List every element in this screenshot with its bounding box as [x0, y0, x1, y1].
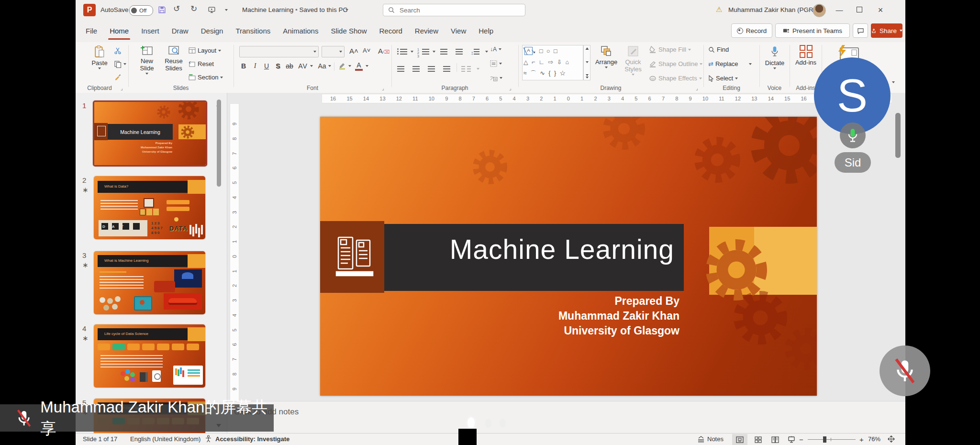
shape-gallery-row[interactable]: ≈ ⌒ ∿ { } ☆: [523, 68, 582, 79]
addins-button[interactable]: Add-ins: [793, 45, 818, 66]
paragraph-dialog-launcher[interactable]: ⌟: [509, 86, 512, 91]
drawing-dialog-launcher[interactable]: ⌟: [696, 86, 698, 91]
line-spacing-chevron-icon[interactable]: [485, 51, 488, 53]
align-right-button[interactable]: [428, 65, 435, 74]
notes-pane[interactable]: Click to add notes: [227, 401, 905, 433]
decrease-indent-button[interactable]: [440, 48, 447, 56]
find-button[interactable]: Find: [708, 46, 729, 53]
reuse-slides-button[interactable]: Reuse Slides: [162, 45, 186, 72]
undo-icon[interactable]: ↺: [173, 4, 180, 14]
shape-fill-button[interactable]: Shape Fill: [649, 46, 691, 53]
italic-button[interactable]: I: [250, 62, 260, 70]
zoom-level[interactable]: 76%: [868, 435, 880, 443]
reading-view-button[interactable]: [768, 434, 783, 445]
save-icon[interactable]: [158, 6, 166, 14]
account-name[interactable]: Muhammad Zakir Khan (PGR): [728, 6, 815, 13]
page-indicator-dot[interactable]: [485, 419, 491, 428]
share-button[interactable]: Share: [871, 23, 902, 38]
character-spacing-button[interactable]: AV: [298, 62, 308, 70]
textbox-shape-icon[interactable]: A: [524, 47, 533, 55]
shape-gallery-row[interactable]: △ ⌐ ∟ ⇨ ⇩ ⌂: [523, 57, 582, 68]
shape-outline-button[interactable]: Shape Outline: [649, 60, 702, 67]
ribbon-tab[interactable]: Transitions: [229, 20, 277, 42]
ribbon-collapse-chevron-icon[interactable]: [892, 81, 895, 83]
start-slideshow-icon[interactable]: [208, 6, 216, 14]
smartart-button[interactable]: [490, 75, 502, 81]
columns-button[interactable]: [461, 65, 471, 74]
underline-button[interactable]: U: [261, 62, 272, 70]
account-avatar[interactable]: [813, 4, 826, 17]
slide-thumbnail-4[interactable]: Life cycle of Data Science: [94, 324, 205, 388]
change-case-chevron-icon[interactable]: [328, 65, 331, 67]
clear-formatting-button[interactable]: A⌫: [378, 47, 390, 55]
document-title[interactable]: Machine Learning • Saved to this PC: [242, 6, 347, 13]
copy-chevron-icon[interactable]: [123, 63, 126, 65]
ribbon-tab[interactable]: Draw: [166, 20, 195, 42]
paste-button[interactable]: Paste: [86, 45, 113, 69]
warning-icon[interactable]: ⚠: [716, 5, 722, 14]
ribbon-tab[interactable]: Slide Show: [324, 20, 373, 42]
reset-button[interactable]: Reset: [189, 60, 214, 67]
ribbon-tab[interactable]: Help: [472, 20, 500, 42]
justify-button[interactable]: [443, 65, 450, 74]
text-highlight-button[interactable]: [338, 61, 346, 70]
zoom-slider-track[interactable]: [808, 439, 856, 440]
text-shadow-button[interactable]: S: [273, 62, 283, 70]
bullets-button[interactable]: [397, 48, 407, 56]
shape-effects-button[interactable]: Shape Effects: [649, 75, 702, 82]
ribbon-tab[interactable]: File: [79, 20, 103, 42]
ribbon-tab[interactable]: Insert: [135, 20, 166, 42]
slide-title[interactable]: Machine Learning: [384, 234, 683, 265]
dictate-button[interactable]: Dictate: [762, 45, 788, 69]
font-size-combo[interactable]: [322, 46, 345, 57]
gallery-down-icon[interactable]: [586, 61, 589, 63]
align-left-button[interactable]: [397, 65, 404, 74]
text-direction-button[interactable]: ↓A: [490, 46, 501, 53]
zoom-slider-thumb[interactable]: [823, 436, 826, 443]
powerpoint-logo-icon[interactable]: P: [83, 4, 96, 16]
self-mute-button[interactable]: [880, 345, 930, 396]
minimize-button[interactable]: —: [830, 0, 849, 20]
grow-font-button[interactable]: A˄: [349, 47, 358, 55]
replace-button[interactable]: ⇄ Replace: [708, 60, 752, 67]
quick-styles-button[interactable]: Quick Styles: [621, 45, 645, 76]
copy-icon[interactable]: [114, 60, 122, 68]
close-button[interactable]: ×: [871, 0, 890, 20]
thumb-panel-scrollbar[interactable]: [217, 100, 221, 187]
autosave-toggle[interactable]: Off: [129, 5, 153, 16]
zoom-out-button[interactable]: −: [799, 435, 803, 444]
ribbon-tab[interactable]: Animations: [277, 20, 324, 42]
slide-editor[interactable]: Machine Learning Prepared ByMuhammad Zak…: [320, 117, 817, 396]
ribbon-tab[interactable]: Record: [373, 20, 408, 42]
gallery-up-icon[interactable]: [585, 47, 589, 50]
slide-subtitle[interactable]: Prepared ByMuhammad Zakir KhanUniversity…: [558, 294, 679, 338]
bold-button[interactable]: B: [238, 62, 249, 70]
cut-icon[interactable]: [114, 47, 122, 55]
quick-access-chevron-icon[interactable]: [225, 9, 228, 11]
font-color-button[interactable]: A: [355, 61, 363, 71]
format-painter-icon[interactable]: [114, 73, 122, 80]
character-spacing-chevron-icon[interactable]: [310, 65, 313, 67]
redo-icon[interactable]: ↻: [190, 4, 197, 14]
slide-thumbnail-1[interactable]: Machine Learning Prepared ByMuhammad Zak…: [93, 100, 207, 167]
slide-thumbnail-3[interactable]: What is Machine Learning: [94, 251, 205, 314]
align-center-button[interactable]: [412, 65, 420, 74]
doc-title-chevron-icon[interactable]: [345, 9, 348, 11]
layout-button[interactable]: Layout: [189, 47, 221, 54]
section-button[interactable]: Section: [189, 74, 223, 81]
page-indicator-dot[interactable]: [468, 417, 475, 428]
bullets-chevron-icon[interactable]: [411, 51, 413, 53]
change-case-button[interactable]: Aa: [317, 62, 327, 70]
normal-view-button[interactable]: [732, 434, 747, 445]
comments-button[interactable]: [853, 23, 868, 38]
slide-sorter-view-button[interactable]: [750, 434, 766, 445]
select-button[interactable]: Select: [708, 75, 738, 82]
slideshow-view-button[interactable]: [784, 434, 799, 445]
shrink-font-button[interactable]: A˅: [363, 47, 370, 54]
search-bar[interactable]: [383, 4, 525, 16]
fit-to-window-button[interactable]: [887, 435, 895, 443]
line-spacing-button[interactable]: ↕: [471, 48, 479, 56]
numbering-button[interactable]: 123: [417, 48, 419, 58]
zoom-in-button[interactable]: +: [859, 435, 864, 444]
canvas-scrollbar[interactable]: [895, 113, 901, 158]
